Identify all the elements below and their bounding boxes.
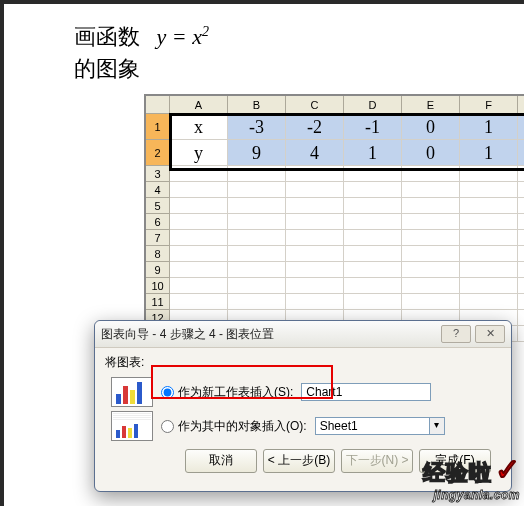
cell[interactable] <box>460 166 518 182</box>
cell-D1[interactable]: -1 <box>344 114 402 140</box>
cell[interactable] <box>286 262 344 278</box>
cell[interactable] <box>518 246 524 262</box>
cell[interactable] <box>518 198 524 214</box>
cell[interactable] <box>344 214 402 230</box>
cell[interactable] <box>228 230 286 246</box>
cell[interactable] <box>286 230 344 246</box>
cell[interactable] <box>518 310 524 326</box>
cell-F1[interactable]: 1 <box>460 114 518 140</box>
cell[interactable] <box>286 182 344 198</box>
cell[interactable] <box>402 166 460 182</box>
cell[interactable] <box>170 262 228 278</box>
cell-B1[interactable]: -3 <box>228 114 286 140</box>
cell[interactable] <box>460 230 518 246</box>
chart-wizard-dialog[interactable]: 图表向导 - 4 步骤之 4 - 图表位置 ? ✕ 将图表: 作为新工作表插入(… <box>94 320 512 492</box>
cell[interactable] <box>402 230 460 246</box>
row-hdr-4[interactable]: 4 <box>146 182 170 198</box>
cell[interactable] <box>228 262 286 278</box>
cell-D2[interactable]: 1 <box>344 140 402 166</box>
cell[interactable] <box>228 294 286 310</box>
cell-E1[interactable]: 0 <box>402 114 460 140</box>
dialog-titlebar[interactable]: 图表向导 - 4 步骤之 4 - 图表位置 ? ✕ <box>95 321 511 348</box>
corner-cell[interactable] <box>146 96 170 114</box>
cell[interactable] <box>170 278 228 294</box>
cell-C2[interactable]: 4 <box>286 140 344 166</box>
cell[interactable] <box>518 278 524 294</box>
object-sheet-combo[interactable]: ▾ <box>315 417 445 435</box>
cell[interactable] <box>518 326 524 342</box>
chevron-down-icon[interactable]: ▾ <box>429 417 445 435</box>
cell-E2[interactable]: 0 <box>402 140 460 166</box>
cell-F2[interactable]: 1 <box>460 140 518 166</box>
cell-A1[interactable]: x <box>170 114 228 140</box>
radio-object-input[interactable] <box>161 420 174 433</box>
cell[interactable] <box>460 182 518 198</box>
cell[interactable] <box>286 166 344 182</box>
cell[interactable] <box>460 198 518 214</box>
cell[interactable] <box>228 246 286 262</box>
cell[interactable] <box>402 214 460 230</box>
col-hdr-E[interactable]: E <box>402 96 460 114</box>
cell[interactable] <box>286 294 344 310</box>
cell[interactable] <box>460 214 518 230</box>
cell[interactable] <box>344 278 402 294</box>
cell[interactable] <box>518 262 524 278</box>
cell[interactable] <box>286 278 344 294</box>
radio-object[interactable]: 作为其中的对象插入(O): <box>161 418 307 435</box>
cell[interactable] <box>228 182 286 198</box>
cell[interactable] <box>402 294 460 310</box>
cell[interactable] <box>518 294 524 310</box>
row-hdr-1[interactable]: 1 <box>146 114 170 140</box>
cell[interactable] <box>402 182 460 198</box>
cell[interactable] <box>286 214 344 230</box>
row-hdr-9[interactable]: 9 <box>146 262 170 278</box>
col-hdr-G[interactable]: G <box>518 96 524 114</box>
dialog-close-button[interactable]: ✕ <box>475 325 505 343</box>
cell[interactable] <box>286 198 344 214</box>
cell[interactable] <box>402 262 460 278</box>
col-hdr-B[interactable]: B <box>228 96 286 114</box>
cell[interactable] <box>460 294 518 310</box>
cell[interactable] <box>518 214 524 230</box>
cell[interactable] <box>460 278 518 294</box>
cell-G1[interactable] <box>518 114 524 140</box>
cell[interactable] <box>170 166 228 182</box>
cancel-button[interactable]: 取消 <box>185 449 257 473</box>
cell[interactable] <box>170 198 228 214</box>
radio-new-sheet[interactable]: 作为新工作表插入(S): <box>161 384 293 401</box>
row-hdr-6[interactable]: 6 <box>146 214 170 230</box>
finish-button[interactable]: 完成(F) <box>419 449 491 473</box>
cell[interactable] <box>170 230 228 246</box>
row-hdr-10[interactable]: 10 <box>146 278 170 294</box>
cell-A2[interactable]: y <box>170 140 228 166</box>
cell[interactable] <box>344 246 402 262</box>
row-hdr-5[interactable]: 5 <box>146 198 170 214</box>
row-hdr-3[interactable]: 3 <box>146 166 170 182</box>
cell[interactable] <box>344 230 402 246</box>
cell[interactable] <box>286 246 344 262</box>
row-hdr-2[interactable]: 2 <box>146 140 170 166</box>
cell-C1[interactable]: -2 <box>286 114 344 140</box>
cell[interactable] <box>344 198 402 214</box>
dialog-help-button[interactable]: ? <box>441 325 471 343</box>
spreadsheet[interactable]: A B C D E F G 1 x -3 -2 -1 0 1 2 y 9 <box>144 94 524 342</box>
cell[interactable] <box>344 294 402 310</box>
cell-B2[interactable]: 9 <box>228 140 286 166</box>
cell[interactable] <box>344 262 402 278</box>
cell[interactable] <box>228 278 286 294</box>
new-sheet-name-input[interactable] <box>301 383 431 401</box>
row-hdr-7[interactable]: 7 <box>146 230 170 246</box>
cell[interactable] <box>170 214 228 230</box>
cell[interactable] <box>344 166 402 182</box>
cell[interactable] <box>170 294 228 310</box>
cell[interactable] <box>402 278 460 294</box>
cell[interactable] <box>402 198 460 214</box>
cell[interactable] <box>518 166 524 182</box>
cell[interactable] <box>228 214 286 230</box>
cell[interactable] <box>460 262 518 278</box>
cell[interactable] <box>518 230 524 246</box>
object-sheet-input[interactable] <box>315 417 429 435</box>
back-button[interactable]: < 上一步(B) <box>263 449 335 473</box>
cell[interactable] <box>170 182 228 198</box>
col-hdr-F[interactable]: F <box>460 96 518 114</box>
